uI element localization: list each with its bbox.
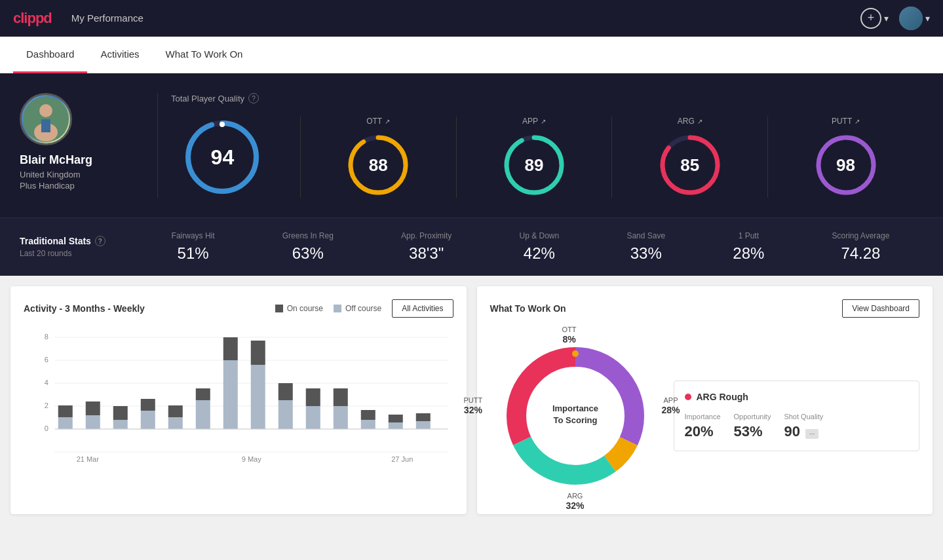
putt-circle: 98 xyxy=(813,132,879,198)
svg-text:To Scoring: To Scoring xyxy=(553,415,597,425)
player-country: United Kingdom xyxy=(20,170,81,179)
chart-legend: On course Off course All Activities xyxy=(275,299,453,318)
svg-text:8: 8 xyxy=(45,333,48,341)
tab-dashboard[interactable]: Dashboard xyxy=(13,37,87,73)
svg-text:27 Jun: 27 Jun xyxy=(391,455,413,463)
bar-chart-svg: 8 6 4 2 0 xyxy=(24,331,453,475)
trad-stat-updown-label: Up & Down xyxy=(520,231,560,240)
trad-stats-row: Fairways Hit 51% Greens In Reg 63% App. … xyxy=(138,231,923,263)
putt-value: 98 xyxy=(836,155,855,176)
metric-importance-value: 20% xyxy=(685,423,714,440)
svg-text:0: 0 xyxy=(45,424,48,432)
work-title: What To Work On xyxy=(490,303,566,314)
svg-text:9 May: 9 May xyxy=(242,455,261,463)
legend-on-course: On course xyxy=(275,304,323,313)
trad-stat-scoring-value: 74.28 xyxy=(841,244,880,263)
tab-activities[interactable]: Activities xyxy=(87,37,152,73)
svg-rect-30 xyxy=(113,420,128,429)
trad-stat-1putt: 1 Putt 28% xyxy=(733,231,764,263)
work-card: What To Work On View Dashboard xyxy=(477,286,933,514)
svg-rect-36 xyxy=(196,400,210,429)
legend-on-course-dot xyxy=(275,305,283,312)
trad-stat-1putt-label: 1 Putt xyxy=(739,231,759,240)
svg-rect-27 xyxy=(58,405,73,417)
user-menu[interactable]: ▾ xyxy=(899,7,930,30)
ott-value: 88 xyxy=(369,155,388,176)
trad-sublabel: Last 20 rounds xyxy=(20,249,138,258)
svg-rect-45 xyxy=(306,388,320,406)
svg-rect-32 xyxy=(141,411,155,429)
svg-text:6: 6 xyxy=(45,356,48,364)
arg-arrow-icon: ↗ xyxy=(697,118,702,125)
donut-chart-container: Importance To Scoring OTT 8% APP xyxy=(490,331,661,501)
user-chevron-icon: ▾ xyxy=(925,13,930,24)
svg-rect-31 xyxy=(113,406,128,420)
svg-rect-39 xyxy=(223,337,238,360)
svg-rect-52 xyxy=(416,421,431,429)
svg-rect-33 xyxy=(141,399,155,411)
all-activities-button[interactable]: All Activities xyxy=(392,299,453,318)
info-card: ARG Rough Importance 20% Opportunity 53%… xyxy=(674,381,920,451)
tab-what-to-work-on[interactable]: What To Work On xyxy=(153,37,256,73)
trad-help-icon[interactable]: ? xyxy=(95,236,106,246)
ott-label: OTT ↗ xyxy=(366,117,390,126)
player-profile: Blair McHarg United Kingdom Plus Handica… xyxy=(20,93,144,198)
divider-v xyxy=(157,93,158,198)
trad-stat-sandsave-value: 33% xyxy=(630,244,662,263)
player-handicap: Plus Handicap xyxy=(20,181,75,191)
trad-stat-greens-value: 63% xyxy=(292,244,324,263)
svg-rect-40 xyxy=(251,365,265,429)
trad-stat-proximity-label: App. Proximity xyxy=(401,231,452,240)
metric-opportunity-label: Opportunity xyxy=(734,413,771,420)
svg-rect-53 xyxy=(416,413,431,421)
nav-tabs: Dashboard Activities What To Work On xyxy=(0,37,943,73)
metric-shot-quality: Shot Quality 90 ··· xyxy=(784,413,823,440)
svg-text:21 Mar: 21 Mar xyxy=(77,455,100,463)
trad-stat-fairways-value: 51% xyxy=(178,244,209,263)
trad-stat-proximity-value: 38'3" xyxy=(409,244,444,263)
info-section: ARG Rough Importance 20% Opportunity 53%… xyxy=(674,381,920,451)
svg-text:Importance: Importance xyxy=(552,403,598,413)
svg-rect-42 xyxy=(279,400,293,429)
arg-donut-label: ARG 32% xyxy=(566,492,584,512)
avatar xyxy=(899,7,923,30)
app-value: 89 xyxy=(525,155,544,176)
arg-value: 85 xyxy=(680,155,699,176)
view-dashboard-button[interactable]: View Dashboard xyxy=(842,299,919,318)
ott-arrow-icon: ↗ xyxy=(385,118,390,125)
total-score-item: 94 xyxy=(171,118,300,196)
chevron-down-icon: ▾ xyxy=(884,13,889,24)
trad-stat-greens: Greens In Reg 63% xyxy=(282,231,334,263)
activity-title: Activity - 3 Months - Weekly xyxy=(24,303,145,314)
trad-stat-fairways-label: Fairways Hit xyxy=(172,231,215,240)
dashboard-banner: Blair McHarg United Kingdom Plus Handica… xyxy=(0,73,943,217)
app-label: APP ↗ xyxy=(522,117,546,126)
legend-off-course-dot xyxy=(334,305,341,312)
app-arrow-icon: ↗ xyxy=(541,118,546,125)
app-circle: 89 xyxy=(501,132,567,198)
header: clippd My Performance + ▾ ▾ xyxy=(0,0,943,37)
app-donut-label: APP 28% xyxy=(661,396,680,416)
add-icon[interactable]: + xyxy=(860,8,881,29)
ott-circle: 88 xyxy=(345,132,411,198)
info-metrics: Importance 20% Opportunity 53% Shot Qual… xyxy=(685,413,909,440)
info-card-title: ARG Rough xyxy=(685,392,909,402)
help-icon[interactable]: ? xyxy=(248,93,259,103)
player-avatar xyxy=(20,93,72,145)
work-content: Importance To Scoring OTT 8% APP xyxy=(490,331,920,501)
svg-rect-44 xyxy=(306,406,320,429)
header-actions: + ▾ ▾ xyxy=(860,7,930,30)
red-dot-icon xyxy=(685,394,691,400)
trad-stat-1putt-value: 28% xyxy=(733,244,764,263)
arg-circle: 85 xyxy=(657,132,723,198)
svg-rect-48 xyxy=(361,420,375,429)
header-title: My Performance xyxy=(71,12,860,24)
add-button[interactable]: + ▾ xyxy=(860,8,889,29)
logo: clippd xyxy=(13,10,52,27)
svg-rect-43 xyxy=(279,383,293,400)
svg-rect-37 xyxy=(196,388,210,400)
svg-rect-38 xyxy=(223,360,238,429)
putt-arrow-icon: ↗ xyxy=(855,118,860,125)
metric-importance-label: Importance xyxy=(685,413,721,420)
quality-label: Total Player Quality ? xyxy=(171,93,923,103)
